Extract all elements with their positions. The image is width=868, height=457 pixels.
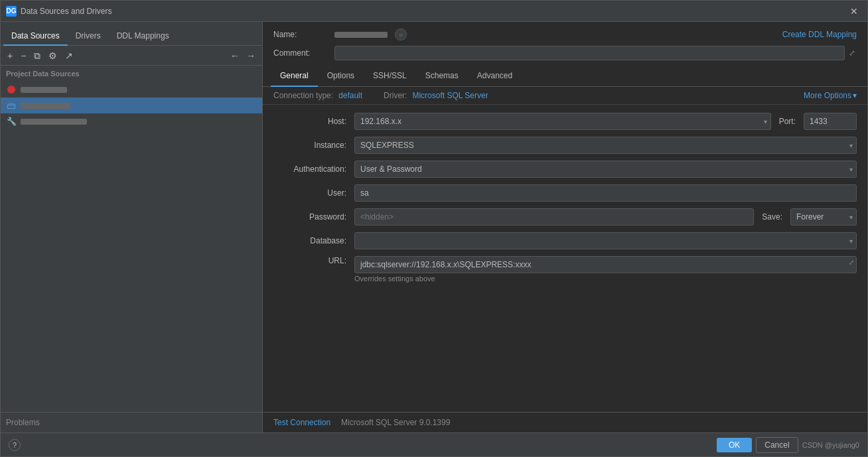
duplicate-button[interactable]: ⧉ xyxy=(31,50,43,62)
port-label: Port: xyxy=(779,117,796,126)
authentication-label: Authentication: xyxy=(273,164,346,174)
main-window: DG Data Sources and Drivers ✕ Data Sourc… xyxy=(0,0,868,457)
more-options-button[interactable]: More Options ▾ xyxy=(804,91,857,100)
tab-schemas[interactable]: Schemas xyxy=(416,66,468,87)
remove-button[interactable]: − xyxy=(18,50,29,62)
instance-select-wrap: SQLEXPRESS ▾ xyxy=(354,137,857,154)
url-input[interactable] xyxy=(354,256,857,273)
main-content: Data Sources Drivers DDL Mappings + − ⧉ … xyxy=(1,22,867,432)
title-bar: DG Data Sources and Drivers ✕ xyxy=(1,1,867,22)
server-version: Microsoft SQL Server 9.0.1399 xyxy=(341,418,450,427)
comment-input-wrap: ⤢ xyxy=(334,46,857,60)
tab-drivers[interactable]: Drivers xyxy=(68,27,109,46)
right-panel: Name: ○ Create DDL Mapping Comment: ⤢ Ge… xyxy=(263,22,867,432)
name-value-redacted xyxy=(334,32,388,38)
tab-advanced[interactable]: Advanced xyxy=(468,66,522,87)
url-label: URL: xyxy=(273,256,346,265)
datasource-name-redacted xyxy=(21,119,87,125)
bottom-bar: Test Connection Microsoft SQL Server 9.0… xyxy=(263,412,867,432)
authentication-select[interactable]: User & Password xyxy=(354,161,857,178)
list-item[interactable]: 🗃 xyxy=(1,98,262,113)
datasource-name-redacted xyxy=(21,103,70,109)
host-label: Host: xyxy=(273,117,346,126)
footer: ? OK Cancel CSDN @yujiang0 xyxy=(1,432,867,456)
comment-label: Comment: xyxy=(273,48,326,58)
tab-general[interactable]: General xyxy=(271,66,318,87)
save-select-wrap: Forever Until restart Never ▾ xyxy=(790,208,857,226)
database-select-wrap: ▾ xyxy=(354,232,857,249)
instance-row: Instance: SQLEXPRESS ▾ xyxy=(273,137,857,154)
name-row: Name: ○ Create DDL Mapping xyxy=(263,22,867,44)
back-button[interactable]: ← xyxy=(228,50,242,62)
tab-options[interactable]: Options xyxy=(318,66,364,87)
database-select[interactable] xyxy=(354,232,857,249)
cancel-button[interactable]: Cancel xyxy=(756,437,798,453)
tab-ddl-mappings[interactable]: DDL Mappings xyxy=(109,27,177,46)
list-item[interactable] xyxy=(1,82,262,98)
close-button[interactable]: ✕ xyxy=(846,5,862,18)
list-item[interactable]: 🔧 xyxy=(1,113,262,129)
password-input[interactable] xyxy=(354,208,754,226)
authentication-select-wrap: User & Password ▾ xyxy=(354,161,857,178)
comment-row: Comment: ⤢ xyxy=(263,44,867,66)
watermark: CSDN @yujiang0 xyxy=(802,441,859,449)
user-row: User: xyxy=(273,184,857,202)
test-connection-button[interactable]: Test Connection xyxy=(273,418,330,427)
add-button[interactable]: + xyxy=(5,50,15,62)
connection-type-value[interactable]: default xyxy=(338,91,362,100)
url-hint: Overrides settings above xyxy=(354,275,857,283)
form-area: Host: ▾ Port: Instance: SQLEXPRESS xyxy=(263,105,867,291)
user-label: User: xyxy=(273,188,346,198)
forward-button[interactable]: → xyxy=(244,50,258,62)
url-wrap: ⤢ Overrides settings above xyxy=(354,256,857,283)
nav-arrows: ← → xyxy=(228,50,258,62)
problems-section: Problems xyxy=(1,412,262,432)
tab-ssh-ssl[interactable]: SSH/SSL xyxy=(364,66,416,87)
settings-button[interactable]: ⚙ xyxy=(46,50,60,62)
comment-expand-button[interactable]: ⤢ xyxy=(847,47,857,59)
left-toolbar: + − ⧉ ⚙ ↗ ← → xyxy=(1,46,262,66)
name-input-wrap: ○ xyxy=(334,29,774,40)
title-bar-left: DG Data Sources and Drivers xyxy=(6,6,111,17)
instance-label: Instance: xyxy=(273,141,346,150)
datasource-name-redacted xyxy=(21,87,67,93)
host-input[interactable] xyxy=(354,113,771,130)
wrench-icon: 🔧 xyxy=(6,116,17,127)
port-input[interactable] xyxy=(804,113,857,130)
driver-value[interactable]: Microsoft SQL Server xyxy=(412,91,488,100)
project-data-sources-label: Project Data Sources xyxy=(1,66,262,82)
database-row: Database: ▾ xyxy=(273,232,857,249)
connection-info-bar: Connection type: default Driver: Microso… xyxy=(263,87,867,105)
ok-button[interactable]: OK xyxy=(717,438,752,452)
password-row: Password: Save: Forever Until restart Ne… xyxy=(273,208,857,226)
database-label: Database: xyxy=(273,236,346,245)
name-icon-button[interactable]: ○ xyxy=(395,29,407,40)
host-input-wrap: ▾ xyxy=(354,113,771,130)
user-input[interactable] xyxy=(354,184,857,202)
left-panel: Data Sources Drivers DDL Mappings + − ⧉ … xyxy=(1,22,263,432)
app-icon: DG xyxy=(6,6,17,17)
connection-type-label: Connection type: xyxy=(273,91,333,100)
name-label: Name: xyxy=(273,30,326,39)
window-title: Data Sources and Drivers xyxy=(21,7,111,16)
help-button[interactable]: ? xyxy=(9,439,21,451)
right-tabs: General Options SSH/SSL Schemas Advanced xyxy=(263,66,867,87)
save-select[interactable]: Forever Until restart Never xyxy=(790,208,857,226)
authentication-row: Authentication: User & Password ▾ xyxy=(273,161,857,178)
url-row: URL: ⤢ Overrides settings above xyxy=(273,256,857,283)
create-ddl-link[interactable]: Create DDL Mapping xyxy=(782,30,857,39)
blue-db-icon: 🗃 xyxy=(6,100,17,111)
url-expand-icon[interactable]: ⤢ xyxy=(849,259,854,266)
driver-label: Driver: xyxy=(384,91,407,100)
top-tabs: Data Sources Drivers DDL Mappings xyxy=(1,22,262,46)
password-label: Password: xyxy=(273,212,346,222)
export-button[interactable]: ↗ xyxy=(62,50,76,62)
save-label: Save: xyxy=(762,212,782,222)
tab-data-sources[interactable]: Data Sources xyxy=(3,27,68,46)
problems-label: Problems xyxy=(6,418,40,427)
comment-input[interactable] xyxy=(334,46,845,60)
footer-actions: OK Cancel CSDN @yujiang0 xyxy=(717,437,859,453)
instance-select[interactable]: SQLEXPRESS xyxy=(354,137,857,154)
host-row: Host: ▾ Port: xyxy=(273,113,857,130)
red-circle-icon xyxy=(6,84,17,95)
